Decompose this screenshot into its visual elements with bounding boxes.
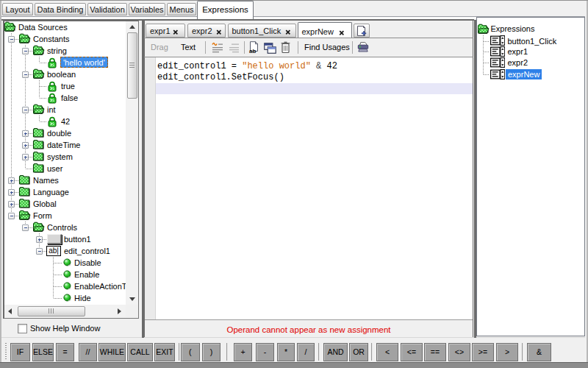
svg-text:ab: ab — [249, 48, 256, 54]
